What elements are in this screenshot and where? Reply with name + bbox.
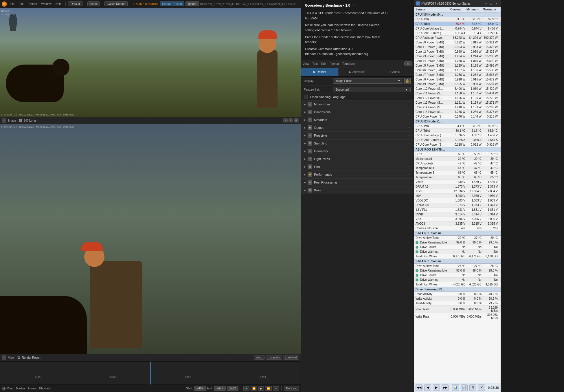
film-icon: ▤ [308,164,312,169]
workspace-dropdown[interactable]: Default [68,1,82,6]
hw-row-core15-power: Core #15 Power (S… 1.256 W 1.256 W 15.37… [414,110,501,114]
prev-frame-btn[interactable]: ⏪ [251,386,257,391]
hwinfo-group-cpu0[interactable]: CPU [#0] Node #0:... [414,12,501,17]
format-menu-label[interactable]: Format [330,62,339,65]
render-tabs: ⚙ Render ▶ Animation ♪ Audio [301,68,414,77]
bake-section[interactable]: ▶ ⊗ Bake ··· [301,186,414,194]
sensor-min3: 0.944 V [466,27,483,30]
menu-window[interactable]: Window [39,2,53,6]
tab-audio[interactable]: ♪ Audio [376,68,414,76]
viewport-toolbar: − + ⊞ [283,118,299,122]
benchmark-panel: Gooseberry Benchmark 1.0 == This is a CP… [301,0,414,60]
composite-dropdown[interactable]: Composite [266,356,282,360]
hwinfo-minimize-btn[interactable]: ─ [484,1,488,6]
display-row: Display: Image Editor ▼ 🔒 [301,77,414,86]
hwinfo-settings-btn[interactable]: ⚙ [469,384,476,391]
slot-dropdown[interactable]: Slot 1 [254,356,265,360]
combined-dropdown[interactable]: Combined [283,356,299,360]
start-frame-input[interactable]: 2467 [194,386,206,391]
display-label: Display: [304,79,333,83]
fit-view-btn[interactable]: ⊞ [294,118,299,122]
timeline-inner[interactable]: 2468 2470 2472 2474 [0,362,301,384]
edit-menu-label[interactable]: Edit [321,62,326,65]
sampling-section[interactable]: ▶ ⊞ Sampling ··· [301,139,414,147]
hwinfo-group-smart1[interactable]: S.M.A.R.T.: Samsu… [414,231,501,236]
jump-end-btn[interactable]: ⏭ [273,386,279,391]
anim-icon: ▷ [2,386,6,391]
bench-line10: Creative Commons Attribution 4.0 [305,47,409,52]
motion-blur-label: Motion Blur [314,102,330,106]
feature-dropdown[interactable]: Supported ▼ [333,87,411,92]
display-dropdown[interactable]: Image Editor ▼ [333,78,403,84]
film-section[interactable]: ▶ ▤ Film ··· [301,163,414,171]
reload-trusted-button[interactable]: Reload Trusted [160,1,185,6]
jump-start-btn[interactable]: ⏮ [243,386,249,391]
hw-row-temp4: Temperature 4 47 °C 47 °C 47 °C [414,166,501,171]
hwinfo-next-btn[interactable]: ▶ [433,384,440,391]
hwinfo-back-btn[interactable]: ◀◀ [416,384,422,391]
performance-section[interactable]: ▶ ⚡ Performance ··· [301,171,414,178]
zoom-out-btn[interactable]: − [283,118,287,122]
dimensions-section[interactable]: ▶ □ Dimensions ··· [301,108,414,116]
sensor-cur3: 0.944 V [450,27,466,30]
output-label: Output [314,126,324,129]
motion-blur-section[interactable]: ▶ ● Motion Blur ··· [301,100,414,108]
light-paths-section[interactable]: ▶ ☀ Light Paths ··· [301,155,414,163]
sensor-max: 92.9 °C [483,18,499,21]
arrow-icon9: ▶ [304,165,306,168]
text-menu-label[interactable]: Text [313,62,318,65]
menu-file[interactable]: File [8,2,16,6]
separator-2 [85,2,85,6]
next-frame-btn[interactable]: ⏩ [265,386,272,391]
metadata-icon: ≡ [308,118,312,122]
hwinfo-group-drive[interactable]: Drive: Samsung SS… [414,287,501,292]
current-frame-input[interactable]: 2472 [227,386,238,391]
playback-label: Playback [39,387,51,390]
geometry-section[interactable]: ▶ △ Geometry ··· [301,147,414,155]
hwinfo-close-btn[interactable]: ✕ [494,1,498,6]
menu-help[interactable]: Help [54,2,63,6]
hwinfo-refresh-btn[interactable]: 🔄 [461,384,468,391]
tab-animation[interactable]: ▶ Animation [339,68,376,76]
hwinfo-group-smart2[interactable]: S.M.A.R.T.: Samsu… [414,259,501,264]
render-tab-label: Render [317,70,326,74]
arrow-icon12: ▶ [304,189,306,192]
menu-edit[interactable]: Edit [17,2,25,6]
lock-icon[interactable]: 🔒 [404,78,411,84]
display-value[interactable]: Image Editor ▼ [333,78,403,84]
play-btn[interactable]: ▶ [258,386,264,391]
scene-dropdown[interactable]: Scene [87,1,100,6]
no-sync-dropdown[interactable]: No Sync [284,386,299,391]
end-frame-input[interactable]: 2473 [214,386,226,391]
hwinfo-maximize-btn[interactable]: □ [489,1,493,6]
output-section[interactable]: ▶ ▣ Output ··· [301,124,414,131]
hwinfo-sensor-list[interactable]: CPU [#0] Node #0:... CPU (Tctl) 63.5 °C … [414,12,501,383]
separator-1 [65,2,66,6]
hw-row-read-rate: Read Rate 0.000 MB/s 0.000 MB/s 33.289 M… [414,306,501,313]
hwinfo-prev-btn[interactable]: ◀ [424,384,431,391]
hwinfo-close2-btn[interactable]: ✕ [478,384,485,391]
hwinfo-graph-btn[interactable]: 📊 [452,384,459,391]
metadata-section[interactable]: ▶ ≡ Metadata ··· [301,116,414,124]
ignore-button[interactable]: Ignore [185,1,199,6]
sync-btn[interactable]: ⚙ [404,61,412,66]
image-filename: 2472.png [24,119,36,122]
blender-topbar: B File Edit Render Window Help Default S… [0,0,301,8]
menu-render[interactable]: Render [26,2,39,6]
hw-row-dram-ab: DRAM AB 1.373 V 1.373 V 1.373 V [414,184,501,189]
bench-line11: Blender Foundation - gooseberry.blender.… [305,52,409,57]
feature-value[interactable]: Supported ▼ [333,87,411,92]
view-menu-label[interactable]: View [303,62,309,65]
zoom-in-btn[interactable]: + [289,118,293,122]
hwinfo-group-cpu2[interactable]: CPU [#2] Node #1:… [414,119,501,124]
render-view-icon: 👁 [2,355,6,360]
character-body [257,50,278,108]
engine-dropdown[interactable]: Cycles Render [104,1,128,6]
templates-menu-label[interactable]: Templates [342,62,356,65]
tab-render[interactable]: ⚙ Render [301,68,339,76]
osl-checkbox[interactable] [304,95,308,99]
post-processing-section[interactable]: ▶ ◈ Post Processing ··· [301,178,414,186]
freestyle-section[interactable]: ▶ ✦ Freestyle ··· [301,131,414,139]
hwinfo-fwd-btn[interactable]: ▶▶ [442,384,449,391]
hwinfo-group-asus[interactable]: ASUS ROG ZENITH… [414,147,501,152]
